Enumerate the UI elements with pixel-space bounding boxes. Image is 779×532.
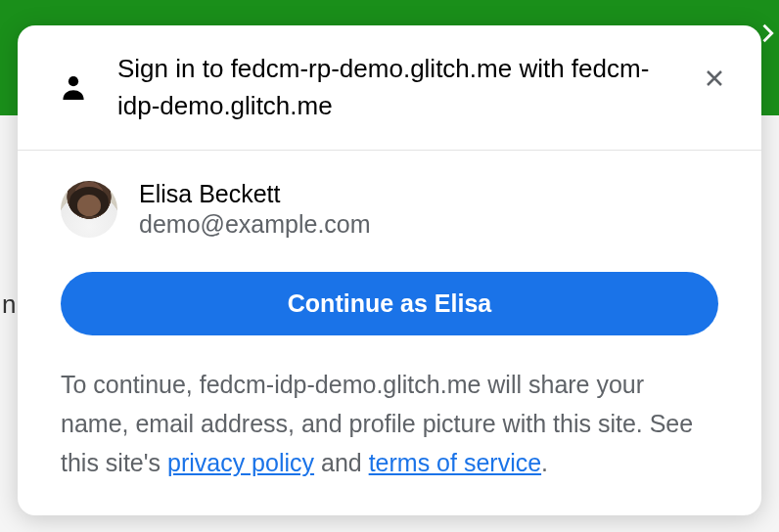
person-icon <box>55 69 92 107</box>
dialog-title: Sign in to fedcm-rp-demo.glitch.me with … <box>117 51 671 124</box>
dialog-header: Sign in to fedcm-rp-demo.glitch.me with … <box>18 25 761 151</box>
disclosure-suffix: . <box>541 449 548 476</box>
close-icon <box>703 66 726 90</box>
account-name: Elisa Beckett <box>139 180 371 208</box>
account-info: Elisa Beckett demo@example.com <box>139 180 371 239</box>
disclosure-text: To continue, fedcm-idp-demo.glitch.me wi… <box>61 365 718 482</box>
close-button[interactable] <box>697 61 732 96</box>
dialog-body: Elisa Beckett demo@example.com Continue … <box>18 151 761 515</box>
account-email: demo@example.com <box>139 210 371 239</box>
disclosure-and: and <box>314 449 369 476</box>
fedcm-signin-dialog: Sign in to fedcm-rp-demo.glitch.me with … <box>18 25 761 515</box>
account-row[interactable]: Elisa Beckett demo@example.com <box>61 180 718 239</box>
terms-of-service-link[interactable]: terms of service <box>369 449 541 476</box>
privacy-policy-link[interactable]: privacy policy <box>167 449 314 476</box>
continue-button[interactable]: Continue as Elisa <box>61 272 718 335</box>
svg-point-0 <box>69 76 78 86</box>
background-partial-text: n <box>2 289 16 320</box>
avatar <box>61 181 117 238</box>
